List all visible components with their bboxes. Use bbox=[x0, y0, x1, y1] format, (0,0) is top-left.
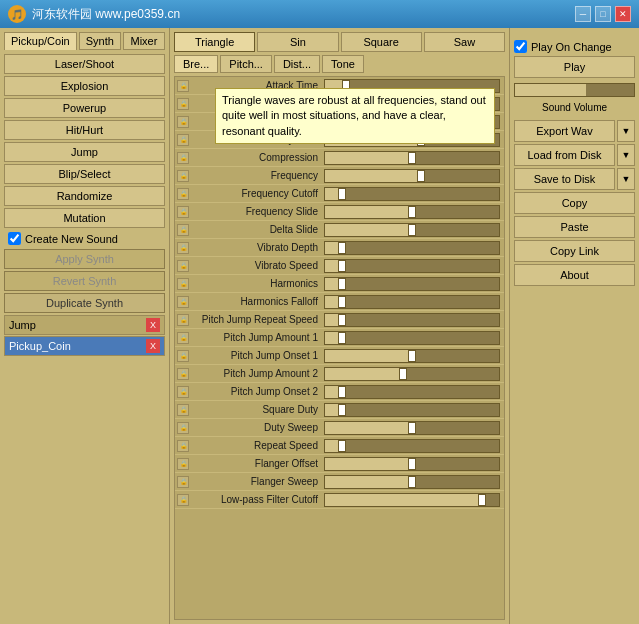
param-slider-16[interactable] bbox=[324, 367, 500, 381]
jump-button[interactable]: Jump bbox=[4, 142, 165, 162]
param-lock-4[interactable]: 🔒 bbox=[177, 152, 189, 164]
param-thumb-15[interactable] bbox=[408, 350, 416, 362]
param-lock-1[interactable]: 🔒 bbox=[177, 98, 189, 110]
param-slider-14[interactable] bbox=[324, 331, 500, 345]
param-slider-13[interactable] bbox=[324, 313, 500, 327]
param-lock-9[interactable]: 🔒 bbox=[177, 242, 189, 254]
param-slider-17[interactable] bbox=[324, 385, 500, 399]
maximize-button[interactable]: □ bbox=[595, 6, 611, 22]
blip-select-button[interactable]: Blip/Select bbox=[4, 164, 165, 184]
param-slider-8[interactable] bbox=[324, 223, 500, 237]
randomize-button[interactable]: Randomize bbox=[4, 186, 165, 206]
powerup-button[interactable]: Powerup bbox=[4, 98, 165, 118]
param-thumb-10[interactable] bbox=[338, 260, 346, 272]
paste-button[interactable]: Paste bbox=[514, 216, 635, 238]
sub-tab-tone[interactable]: Tone bbox=[322, 55, 364, 73]
param-lock-11[interactable]: 🔒 bbox=[177, 278, 189, 290]
param-lock-5[interactable]: 🔒 bbox=[177, 170, 189, 182]
param-lock-23[interactable]: 🔒 bbox=[177, 494, 189, 506]
param-thumb-12[interactable] bbox=[338, 296, 346, 308]
param-lock-21[interactable]: 🔒 bbox=[177, 458, 189, 470]
copy-link-button[interactable]: Copy Link bbox=[514, 240, 635, 262]
list-item-jump[interactable]: Jump X bbox=[4, 315, 165, 335]
param-slider-9[interactable] bbox=[324, 241, 500, 255]
param-lock-2[interactable]: 🔒 bbox=[177, 116, 189, 128]
param-slider-6[interactable] bbox=[324, 187, 500, 201]
sub-tab-dist[interactable]: Dist... bbox=[274, 55, 320, 73]
play-on-change-checkbox[interactable] bbox=[514, 40, 527, 53]
minimize-button[interactable]: ─ bbox=[575, 6, 591, 22]
wave-square-button[interactable]: Square bbox=[341, 32, 422, 52]
param-thumb-18[interactable] bbox=[338, 404, 346, 416]
list-item-pickup-coin[interactable]: Pickup_Coin X bbox=[4, 336, 165, 356]
param-lock-13[interactable]: 🔒 bbox=[177, 314, 189, 326]
hit-hurt-button[interactable]: Hit/Hurt bbox=[4, 120, 165, 140]
param-thumb-7[interactable] bbox=[408, 206, 416, 218]
param-lock-6[interactable]: 🔒 bbox=[177, 188, 189, 200]
tab-synth[interactable]: Synth bbox=[79, 32, 121, 50]
param-slider-18[interactable] bbox=[324, 403, 500, 417]
sound-volume-slider[interactable] bbox=[514, 83, 635, 97]
tab-pickup-coin[interactable]: Pickup/Coin bbox=[4, 32, 77, 50]
param-slider-15[interactable] bbox=[324, 349, 500, 363]
list-item-jump-remove[interactable]: X bbox=[146, 318, 160, 332]
param-thumb-16[interactable] bbox=[399, 368, 407, 380]
save-to-disk-arrow[interactable]: ▼ bbox=[617, 168, 635, 190]
param-thumb-4[interactable] bbox=[408, 152, 416, 164]
param-thumb-13[interactable] bbox=[338, 314, 346, 326]
param-slider-7[interactable] bbox=[324, 205, 500, 219]
copy-button[interactable]: Copy bbox=[514, 192, 635, 214]
close-button[interactable]: ✕ bbox=[615, 6, 631, 22]
param-slider-20[interactable] bbox=[324, 439, 500, 453]
param-lock-17[interactable]: 🔒 bbox=[177, 386, 189, 398]
param-thumb-17[interactable] bbox=[338, 386, 346, 398]
param-lock-14[interactable]: 🔒 bbox=[177, 332, 189, 344]
param-thumb-6[interactable] bbox=[338, 188, 346, 200]
apply-synth-button[interactable]: Apply Synth bbox=[4, 249, 165, 269]
param-lock-20[interactable]: 🔒 bbox=[177, 440, 189, 452]
list-item-pickup-coin-remove[interactable]: X bbox=[146, 339, 160, 353]
param-lock-10[interactable]: 🔒 bbox=[177, 260, 189, 272]
param-lock-8[interactable]: 🔒 bbox=[177, 224, 189, 236]
export-wav-button[interactable]: Export Wav bbox=[514, 120, 615, 142]
param-slider-11[interactable] bbox=[324, 277, 500, 291]
param-thumb-21[interactable] bbox=[408, 458, 416, 470]
load-from-disk-arrow[interactable]: ▼ bbox=[617, 144, 635, 166]
param-thumb-11[interactable] bbox=[338, 278, 346, 290]
param-lock-18[interactable]: 🔒 bbox=[177, 404, 189, 416]
param-slider-22[interactable] bbox=[324, 475, 500, 489]
param-slider-12[interactable] bbox=[324, 295, 500, 309]
param-thumb-23[interactable] bbox=[478, 494, 486, 506]
load-from-disk-button[interactable]: Load from Disk bbox=[514, 144, 615, 166]
param-thumb-5[interactable] bbox=[417, 170, 425, 182]
param-lock-7[interactable]: 🔒 bbox=[177, 206, 189, 218]
param-slider-19[interactable] bbox=[324, 421, 500, 435]
param-lock-22[interactable]: 🔒 bbox=[177, 476, 189, 488]
param-thumb-22[interactable] bbox=[408, 476, 416, 488]
param-slider-23[interactable] bbox=[324, 493, 500, 507]
revert-synth-button[interactable]: Revert Synth bbox=[4, 271, 165, 291]
about-button[interactable]: About bbox=[514, 264, 635, 286]
sub-tab-bre[interactable]: Bre... bbox=[174, 55, 218, 73]
param-thumb-19[interactable] bbox=[408, 422, 416, 434]
param-slider-21[interactable] bbox=[324, 457, 500, 471]
param-slider-10[interactable] bbox=[324, 259, 500, 273]
param-lock-0[interactable]: 🔒 bbox=[177, 80, 189, 92]
params-container[interactable]: 🔒Attack Time🔒Sustain Time🔒Punch🔒Decay Ti… bbox=[174, 76, 505, 620]
duplicate-synth-button[interactable]: Duplicate Synth bbox=[4, 293, 165, 313]
param-thumb-8[interactable] bbox=[408, 224, 416, 236]
param-thumb-20[interactable] bbox=[338, 440, 346, 452]
mutation-button[interactable]: Mutation bbox=[4, 208, 165, 228]
wave-saw-button[interactable]: Saw bbox=[424, 32, 505, 52]
param-lock-12[interactable]: 🔒 bbox=[177, 296, 189, 308]
explosion-button[interactable]: Explosion bbox=[4, 76, 165, 96]
save-to-disk-button[interactable]: Save to Disk bbox=[514, 168, 615, 190]
param-slider-4[interactable] bbox=[324, 151, 500, 165]
wave-sin-button[interactable]: Sin bbox=[257, 32, 338, 52]
tab-mixer[interactable]: Mixer bbox=[123, 32, 165, 50]
sub-tab-pitch[interactable]: Pitch... bbox=[220, 55, 272, 73]
play-button[interactable]: Play bbox=[514, 56, 635, 78]
param-lock-15[interactable]: 🔒 bbox=[177, 350, 189, 362]
export-wav-arrow[interactable]: ▼ bbox=[617, 120, 635, 142]
param-thumb-9[interactable] bbox=[338, 242, 346, 254]
